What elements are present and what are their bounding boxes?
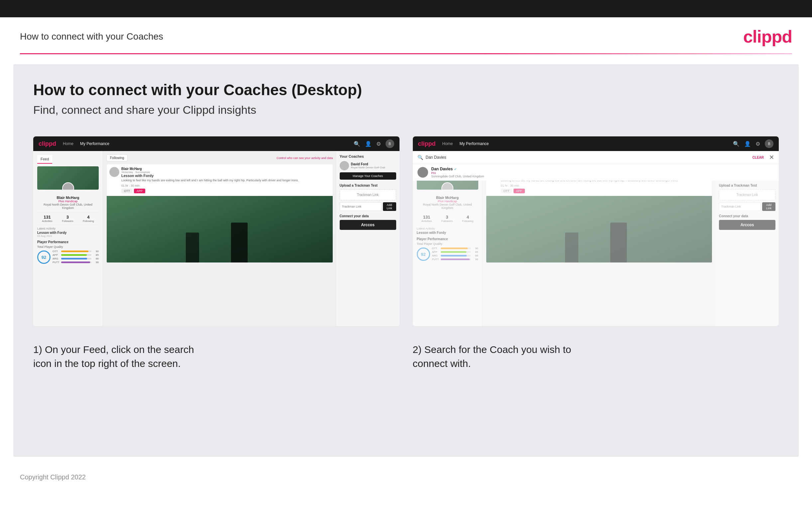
- control-link-1[interactable]: Control who can see your activity and da…: [277, 156, 333, 160]
- clippd-logo: clippd: [743, 27, 792, 47]
- bar-app-1: APP 85: [52, 254, 99, 256]
- nav-my-performance-2[interactable]: My Performance: [460, 141, 489, 146]
- sr-avatar-1: [418, 167, 428, 178]
- search-result-item-1[interactable]: Dan Davies ✓ Pro Sunningdale Golf Club, …: [413, 164, 779, 181]
- step-2-number: 2): [413, 344, 424, 355]
- steps-row: 1) On your Feed, click on the searchicon…: [33, 343, 779, 371]
- search-clear-btn[interactable]: CLEAR: [753, 156, 764, 159]
- fc-body-1: Looking to feel like my hands are exitin…: [121, 179, 330, 183]
- manage-coaches-btn-1[interactable]: Manage Your Coaches: [340, 172, 396, 180]
- step-2-text: Search for the Coach you wish toconnect …: [413, 344, 571, 369]
- search-close-btn[interactable]: ✕: [769, 154, 774, 161]
- search-icon-1[interactable]: 🔍: [354, 141, 360, 147]
- settings-icon-2[interactable]: ⚙: [756, 141, 760, 147]
- nav-logo-1: clippd: [39, 140, 56, 147]
- arccos-badge-1: Arccos: [340, 220, 396, 230]
- sr-sub-1: Pro: [431, 171, 484, 175]
- nav-right-2: 🔍 👤 ⚙ B: [733, 139, 773, 148]
- bar-arg-1: ARG 86: [52, 257, 99, 260]
- footer: Copyright Clippd 2022: [0, 467, 812, 488]
- coach-details-1: David Ford Royal North Devon Golf Club: [351, 162, 385, 169]
- search-input-mock[interactable]: Dan Davies: [426, 155, 750, 160]
- fc-avatar-1: [109, 167, 119, 177]
- stat-followers-1: 3 Followers: [62, 215, 73, 222]
- mock-app-1: clippd Home My Performance 🔍 👤 ⚙ B Feed: [33, 136, 399, 326]
- player-perf-label-1: Player Performance: [37, 240, 99, 244]
- tpq-score-1: 92: [37, 251, 51, 264]
- user-info-1: Blair McHarg Plus Handicap Royal North D…: [37, 196, 99, 213]
- copyright-text: Copyright Clippd 2022: [20, 473, 86, 481]
- user-banner-1: [37, 166, 99, 189]
- app-left-1: Feed Blair McHarg Plus Handicap Royal No…: [33, 151, 103, 326]
- fc-info-1: Blair McHarg Yesterday · Sunningdale Les…: [121, 167, 330, 193]
- user-handicap-1: Plus Handicap: [37, 200, 99, 203]
- tpq-bars-1: OTT 90 APP 85 ARG: [52, 250, 99, 264]
- golfer-silhouette-2: [186, 232, 199, 262]
- profile-icon-1[interactable]: 👤: [365, 141, 372, 147]
- latest-activity-label-1: Latest Activity: [37, 227, 99, 230]
- bar-putt-1: PUTT 96: [52, 261, 99, 264]
- user-info-2: Blair McHarg Plus Handicap Royal North D…: [417, 196, 478, 213]
- search-icon-2[interactable]: 🔍: [733, 141, 739, 147]
- screenshots-row: clippd Home My Performance 🔍 👤 ⚙ B Feed: [33, 136, 779, 326]
- sr-name-row-1: Dan Davies ✓: [431, 167, 484, 171]
- golfer-silhouette-1: [231, 222, 248, 262]
- main-title: How to connect with your Coaches (Deskto…: [33, 81, 779, 99]
- step-1-caption: 1) On your Feed, click on the searchicon…: [33, 343, 399, 371]
- user-club-1: Royal North Devon Golf Club, United King…: [37, 203, 99, 210]
- add-link-btn-1[interactable]: Add Link: [383, 202, 396, 211]
- fc-buttons-1: OTT APP: [121, 188, 330, 193]
- bar-ott-1: OTT 90: [52, 250, 99, 253]
- step-1-text: On your Feed, click on the searchicon in…: [33, 344, 194, 369]
- search-results: Dan Davies ✓ Pro Sunningdale Golf Club, …: [413, 164, 779, 181]
- sr-club-1: Sunningdale Golf Club, United Kingdom: [431, 175, 484, 178]
- app-center-1: Following Control who can see your activ…: [103, 151, 336, 326]
- fc-meta-1: Yesterday · Sunningdale: [121, 171, 330, 174]
- header-divider: [20, 53, 792, 54]
- nav-home-2[interactable]: Home: [442, 141, 453, 146]
- app-nav-1: clippd Home My Performance 🔍 👤 ⚙ B: [33, 136, 399, 151]
- sr-verified-1: ✓: [454, 167, 457, 171]
- nav-my-performance-1[interactable]: My Performance: [80, 141, 109, 146]
- top-bar: [0, 0, 812, 17]
- user-name-1: Blair McHarg: [37, 196, 99, 200]
- app-btn-1[interactable]: APP: [134, 188, 145, 193]
- search-icon-overlay: 🔍: [418, 155, 423, 160]
- stat-following-1: 4 Following: [83, 215, 94, 222]
- fc-duration-1: 01 hr : 30 min: [121, 184, 330, 187]
- avatar-1[interactable]: B: [386, 139, 394, 148]
- feed-card-header-1: Blair McHarg Yesterday · Sunningdale Les…: [107, 164, 333, 196]
- main-subtitle: Find, connect and share your Clippd insi…: [33, 103, 779, 117]
- latest-date-1: 03 Aug 2022: [37, 235, 99, 238]
- feed-tab-1[interactable]: Feed: [37, 155, 52, 164]
- trackman-input-row-1: Add Link: [340, 202, 396, 211]
- nav-right-1: 🔍 👤 ⚙ B: [354, 139, 394, 148]
- step-2-caption: 2) Search for the Coach you wish toconne…: [413, 343, 779, 371]
- following-bar-1: Following Control who can see your activ…: [106, 154, 333, 161]
- coach-avatar-1: [340, 161, 349, 170]
- connect-label-1: Connect your data: [340, 214, 396, 218]
- header: How to connect with your Coaches clippd: [0, 17, 812, 53]
- app-right-1: Your Coaches David Ford Royal North Devo…: [336, 151, 399, 326]
- following-btn-1[interactable]: Following: [106, 154, 128, 161]
- step-1-number: 1): [33, 344, 45, 355]
- profile-icon-2[interactable]: 👤: [744, 141, 751, 147]
- sr-name-1: Dan Davies: [431, 167, 453, 171]
- settings-icon-1[interactable]: ⚙: [376, 141, 381, 147]
- page-title: How to connect with your Coaches: [20, 31, 163, 42]
- screenshot-2: clippd Home My Performance 🔍 👤 ⚙ B 🔍 Dan…: [413, 136, 779, 326]
- app-body-1: Feed Blair McHarg Plus Handicap Royal No…: [33, 151, 399, 326]
- nav-home-1[interactable]: Home: [63, 141, 74, 146]
- fc-name-1: Blair McHarg: [121, 167, 330, 171]
- feed-card-1: Blair McHarg Yesterday · Sunningdale Les…: [106, 164, 333, 263]
- tpq-label-1: Total Player Quality: [37, 245, 99, 249]
- fc-title-1: Lesson with Fordy: [121, 174, 330, 178]
- screenshot-1: clippd Home My Performance 🔍 👤 ⚙ B Feed: [33, 136, 399, 326]
- latest-link-1[interactable]: Lesson with Fordy: [37, 231, 99, 235]
- avatar-2[interactable]: B: [765, 139, 773, 148]
- trackman-input-1[interactable]: [340, 202, 382, 211]
- main-content: How to connect with your Coaches (Deskto…: [13, 64, 799, 457]
- nav-logo-2: clippd: [418, 140, 436, 147]
- ott-btn-1[interactable]: OTT: [121, 188, 133, 193]
- coaches-label-1: Your Coaches: [340, 154, 396, 158]
